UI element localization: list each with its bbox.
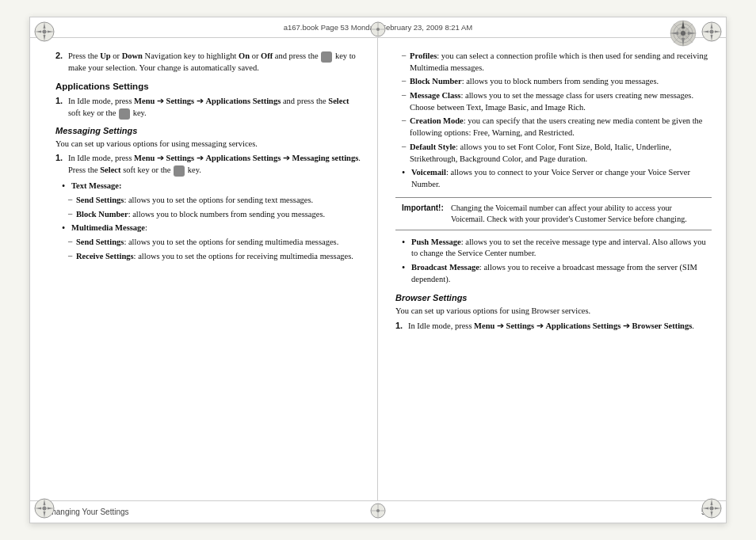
- message-class-dash: – Message Class: allows you to set the m…: [402, 90, 712, 113]
- creation-mode-content: Creation Mode: you can specify that the …: [410, 116, 712, 139]
- bullet-symbol-5: •: [402, 262, 411, 285]
- dash-symbol-4: –: [68, 251, 76, 263]
- left-column: 2. Press the Up or Down Navigation key t…: [30, 38, 378, 500]
- default-style-content: Default Style: allows you to set Font Co…: [410, 142, 712, 165]
- applications-settings-heading: Applications Settings: [55, 82, 363, 91]
- send-settings-dash: – Send Settings: allows you to set the o…: [68, 195, 363, 207]
- mm-receive-settings-dash: – Receive Settings: allows you to set th…: [68, 251, 363, 263]
- block-number-dash: – Block Number: allows you to block numb…: [68, 209, 363, 221]
- voicemail-bullet: • Voicemail: allows you to connect to yo…: [402, 167, 712, 190]
- dash-symbol-1: –: [68, 195, 76, 207]
- step-2: 2. Press the Up or Down Navigation key t…: [55, 51, 363, 74]
- browser-step-1-content: In Idle mode, press Menu ➔ Settings ➔ Ap…: [408, 321, 694, 333]
- profiles-dash: – Profiles: you can select a connection …: [402, 51, 712, 74]
- svg-point-39: [710, 507, 714, 511]
- default-style-dash: – Default Style: allows you to set Font …: [402, 142, 712, 165]
- key-icon-ok: [119, 108, 130, 120]
- mm-send-settings-dash: – Send Settings: allows you to set the o…: [68, 237, 363, 249]
- block-number-content: Block Number: allows you to block number…: [76, 209, 325, 221]
- svg-point-11: [710, 30, 714, 34]
- push-message-bullet: • Push Message: allows you to set the re…: [402, 237, 712, 260]
- dash-symbol-2: –: [68, 209, 76, 221]
- broadcast-message-bullet: • Broadcast Message: allows you to recei…: [402, 262, 712, 285]
- block-number-right-content: Block Number: allows you to block number…: [410, 76, 659, 88]
- compass-br: [701, 497, 723, 519]
- multimedia-message-content: Multimedia Message:: [71, 222, 147, 234]
- mm-send-settings-content: Send Settings: allows you to set the opt…: [76, 237, 338, 249]
- push-message-content: Push Message: allows you to set the rece…: [411, 237, 712, 260]
- compass-tr: [701, 21, 723, 43]
- svg-point-27: [681, 31, 685, 36]
- dash-symbol-9: –: [402, 142, 410, 165]
- important-content: Changing the Voicemail number can affect…: [451, 203, 705, 225]
- important-box: Important!: Changing the Voicemail numbe…: [395, 197, 712, 230]
- step-2-content: Press the Up or Down Navigation key to h…: [68, 51, 363, 74]
- crosshair-bottom: [369, 502, 387, 519]
- bullet-symbol: •: [62, 181, 71, 192]
- compass-rose-tr: [669, 19, 697, 48]
- msg-step-1-number: 1.: [55, 153, 68, 176]
- voicemail-content: Voicemail: allows you to connect to your…: [411, 167, 712, 190]
- compass-tl: [33, 21, 55, 43]
- profiles-content: Profiles: you can select a connection pr…: [410, 51, 712, 74]
- page: a167.book Page 53 Monday, February 23, 2…: [29, 17, 727, 523]
- text-message-content: Text Message:: [71, 181, 121, 192]
- right-column: – Profiles: you can select a connection …: [378, 38, 726, 500]
- block-number-right-dash: – Block Number: allows you to block numb…: [402, 76, 712, 88]
- bullet-symbol-4: •: [402, 237, 411, 260]
- browser-settings-heading: Browser Settings: [395, 293, 712, 302]
- content-area: 2. Press the Up or Down Navigation key t…: [30, 38, 726, 500]
- app-step-1-number: 1.: [55, 96, 68, 119]
- creation-mode-dash: – Creation Mode: you can specify that th…: [402, 116, 712, 139]
- important-label: Important!:: [402, 203, 451, 225]
- compass-bl: [33, 497, 55, 519]
- app-step-1-content: In Idle mode, press Menu ➔ Settings ➔ Ap…: [68, 96, 363, 119]
- bullet-symbol-2: •: [62, 222, 71, 234]
- broadcast-message-content: Broadcast Message: allows you to receive…: [411, 262, 712, 285]
- browser-step-1-number: 1.: [395, 321, 408, 333]
- messaging-intro: You can set up various options for using…: [55, 139, 363, 150]
- crosshair-top: [369, 21, 387, 38]
- step-2-number: 2.: [55, 51, 68, 74]
- svg-point-47: [376, 509, 380, 512]
- svg-point-3: [43, 30, 47, 34]
- dash-symbol-3: –: [68, 237, 76, 249]
- message-class-content: Message Class: allows you to set the mes…: [410, 90, 712, 113]
- messaging-settings-heading: Messaging Settings: [55, 126, 363, 135]
- app-step-1: 1. In Idle mode, press Menu ➔ Settings ➔…: [55, 96, 363, 119]
- msg-step-1-content: In Idle mode, press Menu ➔ Settings ➔ Ap…: [68, 153, 363, 176]
- svg-point-31: [43, 507, 47, 511]
- dash-symbol-6: –: [402, 76, 410, 88]
- msg-step-1: 1. In Idle mode, press Menu ➔ Settings ➔…: [55, 153, 363, 176]
- send-settings-content: Send Settings: allows you to set the opt…: [76, 195, 313, 207]
- browser-intro: You can set up various options for using…: [395, 306, 712, 318]
- text-message-bullet: • Text Message:: [62, 181, 363, 192]
- dash-symbol-5: –: [402, 51, 410, 74]
- svg-point-51: [376, 28, 380, 31]
- bullet-symbol-3: •: [402, 167, 411, 190]
- dash-symbol-8: –: [402, 116, 410, 139]
- mm-receive-settings-content: Receive Settings: allows you to set the …: [76, 251, 353, 263]
- dash-symbol-7: –: [402, 90, 410, 113]
- browser-step-1: 1. In Idle mode, press Menu ➔ Settings ➔…: [395, 321, 712, 333]
- key-icon-msg: [174, 165, 185, 177]
- multimedia-message-bullet: • Multimedia Message:: [62, 222, 363, 234]
- key-icon-select: [321, 51, 332, 63]
